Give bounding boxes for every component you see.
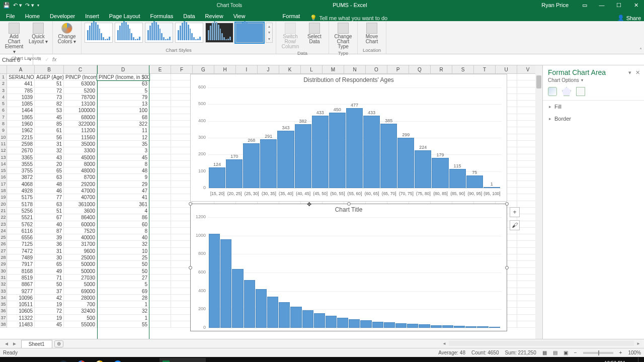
cell[interactable] xyxy=(171,74,193,80)
column-header[interactable]: Q xyxy=(409,65,431,73)
chart-bar[interactable]: 75 xyxy=(466,175,483,188)
cell[interactable]: 10 xyxy=(97,248,149,254)
cell[interactable]: 53 xyxy=(35,107,64,114)
chart-bar[interactable] xyxy=(302,310,313,328)
cell[interactable] xyxy=(171,147,193,154)
chart-bar[interactable]: 382 xyxy=(295,124,311,188)
row-header[interactable]: 8 xyxy=(0,121,7,127)
row-header[interactable]: 30 xyxy=(0,268,7,275)
row-header[interactable]: 28 xyxy=(0,254,7,261)
cell[interactable] xyxy=(171,288,193,295)
cell[interactable]: 7917 xyxy=(7,261,35,267)
cell[interactable]: 5 xyxy=(97,281,149,288)
cell[interactable]: 86400 xyxy=(64,214,97,221)
resize-handle[interactable] xyxy=(347,202,351,206)
cell[interactable] xyxy=(171,248,193,254)
tab-design[interactable]: Design xyxy=(250,11,277,21)
cell[interactable]: 1039 xyxy=(7,94,35,101)
tab-developer[interactable]: Developer xyxy=(45,11,80,21)
tab-format[interactable]: Format xyxy=(278,11,305,21)
cell[interactable]: PINCP (Income, in $000) xyxy=(97,74,149,80)
cell[interactable]: 9 xyxy=(97,174,149,180)
cell[interactable] xyxy=(171,94,193,101)
cell[interactable]: 8168 xyxy=(7,268,35,275)
cell[interactable]: 7489 xyxy=(7,254,35,261)
chart-styles-more-button[interactable]: ▴▾▾ xyxy=(266,23,273,43)
resize-handle[interactable] xyxy=(189,202,192,206)
cell[interactable]: 6116 xyxy=(7,228,35,234)
cell[interactable]: 6556 xyxy=(7,234,35,241)
chart-bar[interactable] xyxy=(349,319,360,328)
cell[interactable]: 40 xyxy=(35,221,64,228)
cell[interactable] xyxy=(171,275,193,281)
tab-insert[interactable]: Insert xyxy=(80,11,104,21)
cell[interactable] xyxy=(149,94,171,101)
cell[interactable]: 25 xyxy=(97,254,149,261)
undo-icon[interactable]: ↶ ▾ xyxy=(13,2,22,9)
cell[interactable]: 10511 xyxy=(7,301,35,308)
cell[interactable] xyxy=(171,107,193,114)
column-header[interactable]: P xyxy=(387,65,409,73)
cell[interactable]: 5521 xyxy=(7,214,35,221)
row-header[interactable]: 19 xyxy=(0,194,7,201)
chart-bar[interactable] xyxy=(314,313,325,328)
cell[interactable]: 7472 xyxy=(7,248,35,254)
cell[interactable]: 3600 xyxy=(64,208,97,214)
cell[interactable] xyxy=(149,281,171,288)
cell[interactable]: 32 xyxy=(35,147,64,154)
cell[interactable]: 63 xyxy=(35,174,64,180)
cell[interactable]: 50000 xyxy=(64,268,97,275)
row-header[interactable]: 27 xyxy=(0,248,7,254)
name-box[interactable]: Chart 6 xyxy=(0,54,33,65)
cell[interactable]: 11 xyxy=(97,127,149,134)
chart-bar[interactable] xyxy=(326,316,337,328)
cell[interactable] xyxy=(149,161,171,167)
column-header[interactable]: I xyxy=(236,65,258,73)
cell[interactable]: 50000 xyxy=(64,261,97,267)
cell[interactable]: 12 xyxy=(97,134,149,141)
row-header[interactable]: 3 xyxy=(0,87,7,94)
cell[interactable]: 1 xyxy=(97,301,149,308)
cell[interactable] xyxy=(171,174,193,180)
row-header[interactable]: 6 xyxy=(0,107,7,114)
tab-view[interactable]: View xyxy=(228,11,251,21)
cell[interactable] xyxy=(171,181,193,188)
cell[interactable] xyxy=(171,208,193,214)
cell[interactable]: 1962 xyxy=(7,127,35,134)
cell[interactable] xyxy=(149,301,171,308)
column-header[interactable]: C xyxy=(64,65,97,73)
view-page-layout-icon[interactable]: ▤ xyxy=(553,350,557,355)
cell[interactable]: 48 xyxy=(35,181,64,188)
cell[interactable]: 1960 xyxy=(7,121,35,127)
chart-bar[interactable]: 268 xyxy=(243,143,260,188)
cell[interactable] xyxy=(149,194,171,201)
cell[interactable]: 8 xyxy=(97,161,149,167)
chart-ages-distribution[interactable]: Distribution of Respondents' Ages 010020… xyxy=(190,74,507,202)
show-desktop-button[interactable] xyxy=(638,357,641,362)
chart-bar[interactable] xyxy=(477,326,488,328)
cell[interactable]: 4068 xyxy=(7,181,35,188)
row-header[interactable]: 35 xyxy=(0,301,7,308)
cell[interactable]: 8 xyxy=(97,228,149,234)
cell[interactable]: 37 xyxy=(35,288,64,295)
cell[interactable]: 65 xyxy=(35,261,64,267)
view-page-break-icon[interactable]: ▣ xyxy=(564,350,568,355)
cell[interactable]: 50 xyxy=(35,281,64,288)
chart-title[interactable]: Chart Title xyxy=(191,204,507,215)
cell[interactable] xyxy=(171,114,193,121)
chart-options-dropdown[interactable]: Chart Options▾ xyxy=(543,77,644,86)
cell[interactable] xyxy=(171,321,193,328)
cell[interactable]: 785 xyxy=(7,87,35,94)
cell[interactable]: 60000 xyxy=(64,221,97,228)
select-data-button[interactable]: Select Data xyxy=(303,23,326,44)
cell[interactable]: 11483 xyxy=(7,321,35,328)
cell[interactable]: 35000 xyxy=(64,141,97,147)
cell[interactable] xyxy=(149,208,171,214)
cell[interactable] xyxy=(149,221,171,228)
cell[interactable]: 700 xyxy=(64,301,97,308)
cell[interactable]: 40000 xyxy=(64,234,97,241)
size-properties-icon[interactable] xyxy=(576,87,585,96)
column-header[interactable]: S xyxy=(452,65,474,73)
chart-bar[interactable] xyxy=(442,325,453,328)
cell[interactable] xyxy=(171,188,193,194)
